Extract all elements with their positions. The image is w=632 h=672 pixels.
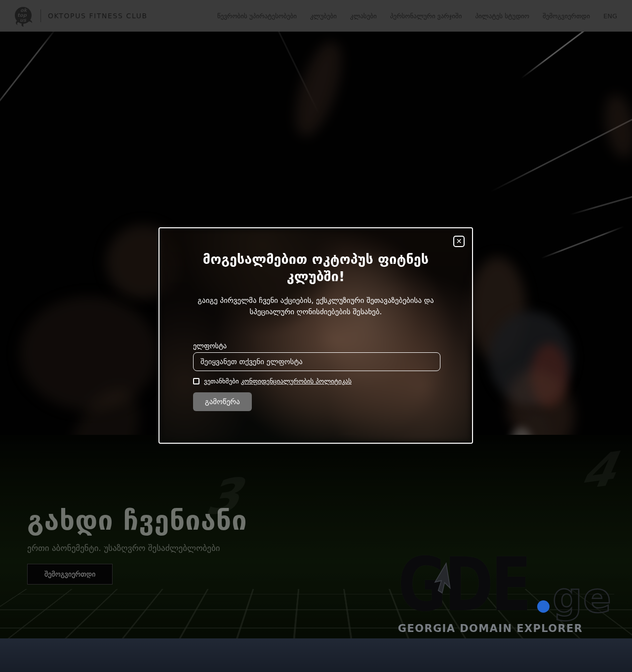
brand-divider (40, 9, 41, 22)
consent-row: ვეთანხმები კონფიდენციალურობის პოლიტიკას (193, 378, 438, 385)
email-label: ელფოსტა (193, 342, 438, 350)
gde-dot (537, 600, 550, 613)
gde-watermark: GDE ge GEORGIA DOMAIN EXPLORER (398, 549, 612, 635)
nav-item-classes[interactable]: კლასები (350, 12, 377, 20)
cursor-icon (433, 562, 455, 601)
consent-checkbox[interactable] (193, 378, 199, 384)
gde-letters: GDE (398, 542, 529, 628)
hero-copy: გახდი ჩვენიანი ერთი აბონემენტი. უსაზღვრო… (27, 505, 247, 585)
nav-item-join[interactable]: შემოგვიერთდი (543, 12, 590, 20)
main-nav: წევრობის უპირატესობები კლუბები კლასები პ… (217, 12, 632, 20)
email-input[interactable] (193, 352, 440, 371)
modal-title: მოგესალმებით ოკტოპუს ფიტნეს კლუბში! (193, 251, 438, 285)
nav-item-personal-training[interactable]: პერსონალური ვარჯიში (390, 12, 462, 20)
nav-item-pilates-studio[interactable]: პილატეს სტუდიო (475, 12, 529, 20)
gde-logo-row: GDE ge (398, 549, 612, 620)
nav-item-clubs[interactable]: კლუბები (310, 12, 337, 20)
subscribe-button[interactable]: გამოწერა (193, 392, 252, 411)
hero-title: გახდი ჩვენიანი (27, 505, 247, 536)
join-button[interactable]: შემოგვიერთდი (27, 564, 113, 585)
hero-section: 3 4 გახდი ჩვენიანი ერთი აბონემენტი. უსაზ… (0, 32, 632, 638)
oktopus-logo[interactable]: ok top us (11, 3, 36, 28)
svg-text:us: us (20, 17, 27, 23)
modal-subtitle: გაიგე პირველმა ჩვენი აქციების, ექსკლუზიუ… (193, 295, 438, 317)
nav-item-membership-benefits[interactable]: წევრობის უპირატესობები (217, 12, 297, 20)
top-navbar: ok top us OKTOPUS FITNESS CLUB წევრობის … (0, 0, 632, 32)
modal-content: მოგესალმებით ოკტოპუს ფიტნეს კლუბში! გაიგ… (159, 228, 472, 443)
oktopus-logo-icon: ok top us (12, 4, 35, 27)
hero-subtitle: ერთი აბონემენტი. უსაზღვრო შესაძლებლობები (27, 543, 247, 553)
privacy-policy-link[interactable]: კონფიდენციალურობის პოლიტიკას (241, 378, 352, 385)
gde-logo-text: GDE (398, 549, 529, 620)
nav-item-language-eng[interactable]: ENG (603, 12, 617, 20)
consent-text: ვეთანხმები (204, 378, 239, 385)
bottom-strip (0, 638, 632, 672)
gde-tld: ge (553, 577, 612, 619)
consent-label: ვეთანხმები კონფიდენციალურობის პოლიტიკას (204, 378, 352, 385)
newsletter-modal: ✕ მოგესალმებით ოკტოპუს ფიტნეს კლუბში! გა… (158, 227, 473, 444)
brand-title: OKTOPUS FITNESS CLUB (48, 12, 148, 20)
